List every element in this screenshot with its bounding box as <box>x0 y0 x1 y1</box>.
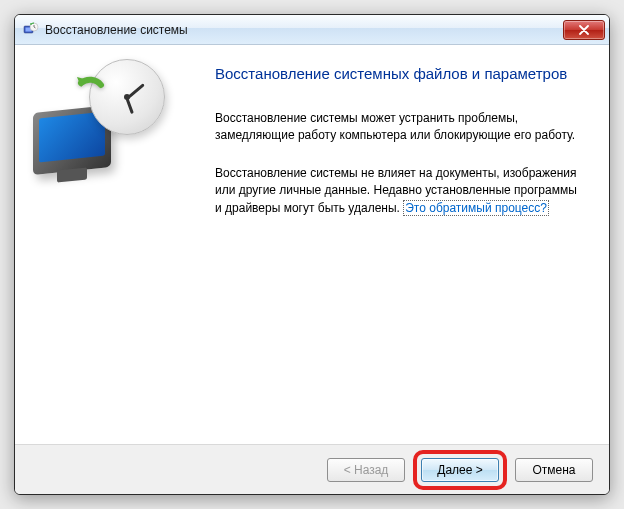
reversible-process-link[interactable]: Это обратимый процесс? <box>403 200 549 216</box>
close-icon <box>578 25 590 35</box>
system-restore-illustration <box>33 65 163 185</box>
highlight-annotation: Далее > <box>413 450 507 490</box>
description-para-2: Восстановление системы не влияет на доку… <box>215 165 583 217</box>
next-button[interactable]: Далее > <box>421 458 499 482</box>
page-heading: Восстановление системных файлов и параме… <box>215 65 583 82</box>
text-pane: Восстановление системных файлов и параме… <box>203 45 609 444</box>
system-restore-dialog: Восстановление системы Восстанов <box>14 14 610 495</box>
content-area: Восстановление системных файлов и параме… <box>15 45 609 444</box>
titlebar[interactable]: Восстановление системы <box>15 15 609 45</box>
close-button[interactable] <box>563 20 605 40</box>
window-title: Восстановление системы <box>45 23 563 37</box>
back-button: < Назад <box>327 458 405 482</box>
illustration-pane <box>15 45 203 444</box>
system-restore-icon <box>23 22 39 38</box>
cancel-button[interactable]: Отмена <box>515 458 593 482</box>
description-para-1: Восстановление системы может устранить п… <box>215 110 583 145</box>
wizard-footer: < Назад Далее > Отмена <box>15 444 609 494</box>
